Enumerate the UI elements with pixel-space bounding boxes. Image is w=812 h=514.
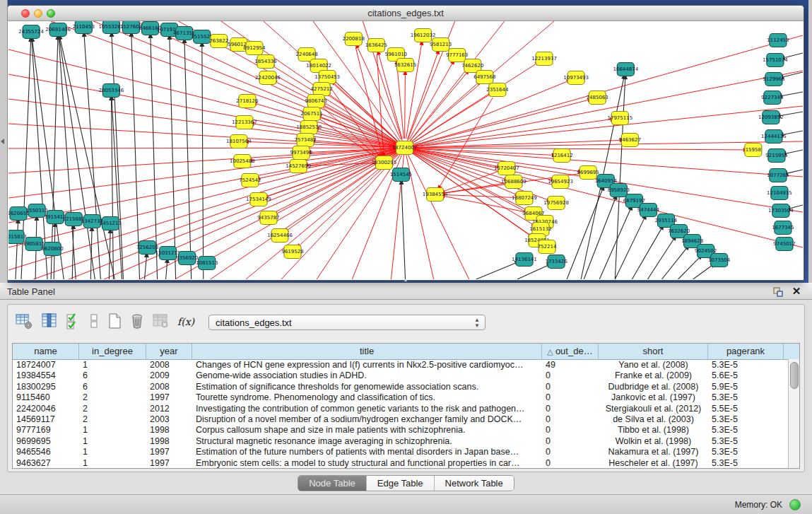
network-node[interactable]: 1733426 <box>545 255 567 269</box>
float-panel-button[interactable] <box>772 286 784 298</box>
network-node[interactable]: 2067511 <box>301 107 323 121</box>
collapse-panel-arrow-icon[interactable] <box>1 139 4 144</box>
network-edge[interactable] <box>404 71 803 148</box>
table-cell-pagerank[interactable]: 5.3E-5 <box>708 360 784 370</box>
network-edge[interactable] <box>413 100 588 146</box>
table-cell-in_degree[interactable]: 1 <box>79 425 146 436</box>
table-cell-title[interactable]: Genome-wide association studies in ADHD. <box>192 370 542 381</box>
column-header-title[interactable]: title <box>192 344 542 359</box>
table-cell-out_degree[interactable]: 0 <box>542 447 599 457</box>
table-cell-short[interactable]: Nakamura et al. (1997) <box>599 447 708 457</box>
network-node[interactable]: 9620600 <box>42 243 64 256</box>
network-window-titlebar[interactable]: citations_edges.txt <box>8 6 804 21</box>
table-cell-pagerank[interactable]: 5.3E-5 <box>708 436 784 447</box>
table-row[interactable]: 946554611997Estimation of the future num… <box>13 447 799 457</box>
table-cell-year[interactable]: 2003 <box>146 414 192 425</box>
network-node[interactable]: 9129966 <box>763 73 785 86</box>
column-header-year[interactable]: year <box>146 344 192 359</box>
network-edge[interactable] <box>476 263 515 279</box>
deselect-all-button[interactable] <box>85 312 105 332</box>
network-edge[interactable] <box>632 229 661 279</box>
network-node[interactable]: 9745012 <box>773 238 795 251</box>
table-cell-short[interactable]: Dudbridge et al. (2008) <box>599 382 708 392</box>
table-cell-name[interactable]: 9699695 <box>13 436 79 447</box>
table-cell-pagerank[interactable]: 5.3E-5 <box>708 414 784 425</box>
network-node[interactable]: 1677345 <box>772 221 794 235</box>
network-edge[interactable] <box>104 148 404 279</box>
network-edge[interactable] <box>202 47 204 279</box>
new-document-button[interactable] <box>105 312 125 332</box>
table-cell-short[interactable]: Wolkin et al. (1998) <box>599 436 708 447</box>
table-cell-out_degree[interactable]: 49 <box>542 360 599 370</box>
network-node[interactable]: 18807249 <box>512 192 537 205</box>
network-node[interactable]: 7485063 <box>587 91 608 105</box>
network-node[interactable]: 6497568 <box>473 71 495 84</box>
network-node[interactable]: 17975115 <box>607 112 632 125</box>
network-node[interactable]: 9581213 <box>430 38 452 52</box>
table-cell-year[interactable]: 2008 <box>146 382 192 392</box>
network-node[interactable]: 9474444 <box>637 204 660 217</box>
network-node[interactable]: 1632615 <box>394 59 416 72</box>
split-divider-grip[interactable]: ▴ <box>400 277 411 283</box>
table-cell-short[interactable]: Yano et al. (2008) <box>599 360 708 370</box>
scrollbar-thumb[interactable] <box>790 362 799 389</box>
table-cell-short[interactable]: Stergiakouli et al. (2012) <box>599 404 708 414</box>
network-node[interactable]: 15720407 <box>494 162 519 175</box>
table-cell-pagerank[interactable]: 5.3E-5 <box>708 447 784 457</box>
table-cell-name[interactable]: 9777169 <box>13 425 79 436</box>
table-cell-title[interactable]: Embryonic stem cells: a model to study s… <box>192 458 542 469</box>
network-node[interactable]: 1514545 <box>390 168 412 182</box>
column-header-name[interactable]: name <box>13 344 79 359</box>
table-row[interactable]: 911546021997Tourette syndrome. Phenomeno… <box>13 392 799 403</box>
table-row[interactable]: 1938455462009Genome-wide association stu… <box>13 370 799 381</box>
network-node[interactable]: 18107564 <box>226 135 252 148</box>
network-node[interactable]: 19654923 <box>548 175 573 189</box>
network-node[interactable]: 1451213 <box>100 217 122 230</box>
network-node[interactable]: 14136141 <box>512 253 537 267</box>
function-builder-button[interactable]: f(x) <box>177 312 197 332</box>
table-row[interactable]: 946362711997Embryonic stem cells: a mode… <box>13 458 799 469</box>
network-node[interactable]: 12213937 <box>531 52 557 66</box>
table-cell-name[interactable]: 19384554 <box>13 370 79 381</box>
table-cell-in_degree[interactable]: 1 <box>79 458 146 469</box>
network-node[interactable]: 9973490 <box>290 146 312 160</box>
network-node[interactable]: 1636425 <box>365 39 387 52</box>
table-settings-button[interactable] <box>15 312 35 332</box>
table-row[interactable]: 1830029562008Estimation of significance … <box>13 382 799 392</box>
table-cell-short[interactable]: de Silva et al. (2003) <box>599 414 708 425</box>
table-cell-in_degree[interactable]: 6 <box>79 370 146 381</box>
network-edge[interactable] <box>584 199 615 279</box>
network-edge[interactable] <box>404 141 803 148</box>
table-cell-in_degree[interactable]: 2 <box>79 392 146 403</box>
network-edge[interactable] <box>678 258 699 279</box>
table-cell-pagerank[interactable]: 5.5E-5 <box>708 404 784 414</box>
network-node[interactable]: 15958 <box>745 144 762 157</box>
network-node[interactable]: 8912954 <box>243 42 266 55</box>
table-cell-name[interactable]: 9465546 <box>13 447 79 457</box>
network-canvas[interactable]: 1872400724355724206914062110453105532871… <box>8 21 803 279</box>
table-row[interactable]: 2242004622012Investigating the contribut… <box>13 404 799 414</box>
table-cell-name[interactable]: 9115460 <box>13 392 79 403</box>
network-edge[interactable] <box>567 190 602 279</box>
network-edge[interactable] <box>414 140 620 147</box>
network-node[interactable]: 14527699 <box>286 160 311 173</box>
network-node[interactable]: 9356920 <box>176 252 198 265</box>
table-cell-title[interactable]: Estimation of the future numbers of pati… <box>192 447 542 457</box>
table-cell-short[interactable]: Tibbo et al. (1998) <box>599 425 708 436</box>
network-node[interactable]: 19384554 <box>423 188 448 201</box>
network-edge[interactable] <box>84 37 100 279</box>
network-node[interactable]: 9463627 <box>619 134 641 147</box>
network-edge[interactable] <box>404 106 803 148</box>
table-row[interactable]: 1456911722003Disruption of a novel membe… <box>13 414 799 425</box>
delete-rows-button[interactable] <box>128 312 148 332</box>
network-node[interactable]: 1073504 <box>708 254 731 267</box>
network-node[interactable]: 9227343 <box>761 91 783 105</box>
table-cell-name[interactable]: 9463627 <box>13 458 79 469</box>
column-header-pagerank[interactable]: pagerank <box>708 344 784 359</box>
table-cell-pagerank[interactable]: 5.3E-5 <box>708 425 784 436</box>
table-cell-out_degree[interactable]: 0 <box>542 458 599 469</box>
table-cell-year[interactable]: 1997 <box>146 392 192 403</box>
network-edge[interactable] <box>615 219 644 279</box>
network-edge[interactable] <box>599 210 630 279</box>
network-node[interactable]: 19612032 <box>411 29 436 42</box>
